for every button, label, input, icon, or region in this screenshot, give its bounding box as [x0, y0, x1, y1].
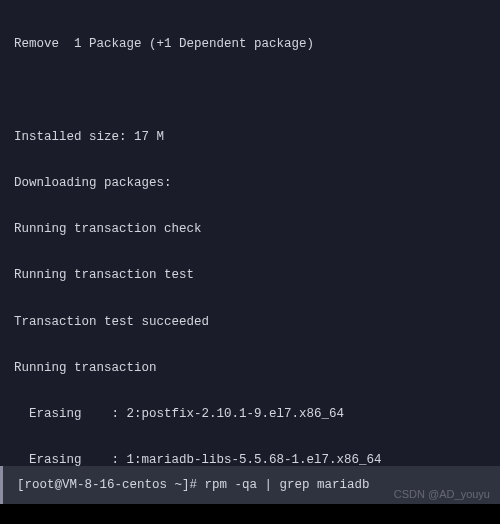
- watermark: CSDN @AD_youyu: [394, 488, 490, 500]
- output-line: Running transaction test: [14, 264, 486, 287]
- output-line: Running transaction: [14, 357, 486, 380]
- output-line: [14, 79, 486, 102]
- output-line: Installed size: 17 M: [14, 126, 486, 149]
- bottom-strip: [0, 504, 500, 524]
- output-line: Downloading packages:: [14, 172, 486, 195]
- output-line: Erasing : 2:postfix-2.10.1-9.el7.x86_64: [14, 403, 486, 426]
- terminal-output: Remove 1 Package (+1 Dependent package) …: [0, 0, 500, 524]
- output-line: Remove 1 Package (+1 Dependent package): [14, 33, 486, 56]
- output-line: Running transaction check: [14, 218, 486, 241]
- output-line: Transaction test succeeded: [14, 311, 486, 334]
- prompt-text: [root@VM-8-16-centos ~]# rpm -qa | grep …: [17, 478, 370, 492]
